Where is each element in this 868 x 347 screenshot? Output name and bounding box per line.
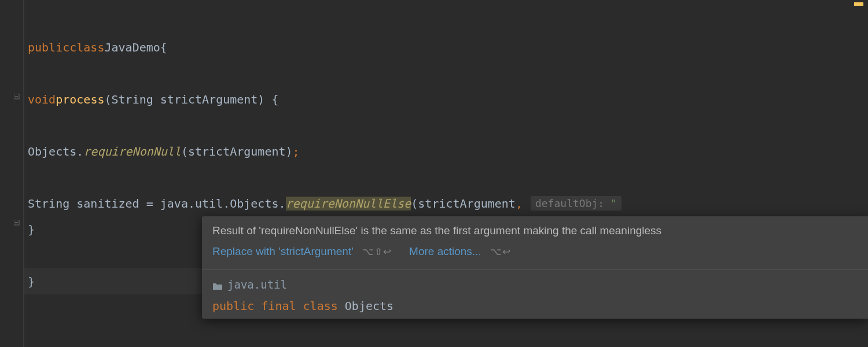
code-line[interactable] bbox=[24, 60, 868, 86]
shortcut-hint: ⌥↩ bbox=[490, 246, 511, 257]
brace: } bbox=[28, 275, 35, 289]
class-declaration: public final class Objects bbox=[212, 299, 858, 313]
semicolon: ; bbox=[293, 145, 300, 158]
class-name: JavaDemo bbox=[104, 40, 160, 54]
method-signature: (String strictArgument) { bbox=[104, 93, 278, 106]
parameter-hint: defaultObj: " bbox=[531, 196, 621, 211]
comma: , bbox=[516, 197, 523, 211]
fold-icon[interactable] bbox=[13, 219, 21, 227]
package-name: java.util bbox=[227, 278, 287, 291]
hint-label: defaultObj: bbox=[535, 197, 604, 209]
code-line[interactable] bbox=[24, 8, 868, 34]
string-literal: " bbox=[610, 197, 617, 209]
code-line[interactable] bbox=[24, 164, 868, 190]
keyword-public: public bbox=[28, 40, 69, 54]
package-info: java.util bbox=[212, 278, 858, 291]
statement-prefix: String sanitized = java.util.Objects. bbox=[28, 197, 286, 211]
code-line[interactable]: String sanitized = java.util.Objects.req… bbox=[24, 190, 868, 216]
keyword-class: class bbox=[69, 40, 104, 54]
code-line[interactable]: public class JavaDemo { bbox=[24, 34, 868, 60]
inspection-message: Result of 'requireNonNullElse' is the sa… bbox=[212, 224, 858, 237]
fold-icon[interactable] bbox=[13, 93, 21, 101]
folder-icon bbox=[212, 280, 223, 289]
code-line[interactable]: void process(String strictArgument) { bbox=[24, 86, 868, 112]
keyword-class: class bbox=[303, 299, 338, 313]
call-args: (strictArgument) bbox=[181, 145, 293, 158]
brace: } bbox=[28, 223, 35, 237]
class-name: Objects bbox=[345, 299, 393, 313]
gutter bbox=[0, 0, 24, 347]
popup-actions: Replace with 'strictArgument' ⌥⇧↩ More a… bbox=[212, 245, 858, 258]
code-line[interactable] bbox=[24, 0, 868, 8]
method-name: process bbox=[56, 93, 104, 106]
static-method: requireNonNull bbox=[83, 145, 181, 158]
more-actions-link[interactable]: More actions... bbox=[409, 245, 481, 257]
popup-divider bbox=[202, 270, 868, 270]
brace: { bbox=[160, 40, 167, 54]
class-ref: Objects. bbox=[28, 145, 83, 158]
code-line[interactable]: Objects.requireNonNull(strictArgument); bbox=[24, 138, 868, 164]
warning-method: requireNonNullElse bbox=[286, 197, 411, 211]
keyword-public: public bbox=[212, 299, 254, 313]
keyword-void: void bbox=[28, 93, 56, 106]
call-args: (strictArgument bbox=[411, 197, 516, 211]
warning-marker[interactable] bbox=[854, 2, 863, 6]
shortcut-hint: ⌥⇧↩ bbox=[362, 246, 392, 257]
code-line[interactable] bbox=[24, 112, 868, 138]
keyword-final: final bbox=[261, 299, 296, 313]
inspection-popup: Result of 'requireNonNullElse' is the sa… bbox=[202, 216, 868, 319]
quickfix-replace[interactable]: Replace with 'strictArgument' bbox=[212, 245, 354, 257]
